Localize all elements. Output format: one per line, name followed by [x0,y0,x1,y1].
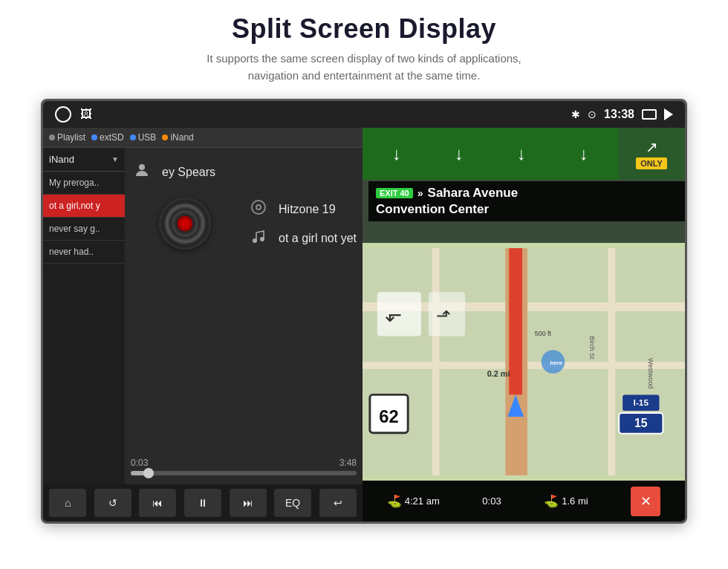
nav-arrows-section: ↓ ↓ ↓ ↓ [363,128,618,180]
playlist-item-2[interactable]: ot a girl,not y [43,195,125,218]
flag-end-icon: ⛳ [544,494,559,508]
pause-button[interactable]: ⏸ [184,489,221,517]
location-icon: ⊙ [588,108,597,120]
dropdown-arrow-icon: ▼ [111,155,119,163]
dot-extsd [91,134,97,140]
svg-text:I-15: I-15 [634,397,649,408]
artist-row: ey Spears [131,161,357,183]
nav-only-arrow-icon: ↗ [646,138,658,156]
progress-thumb[interactable] [143,468,154,478]
vinyl-center [179,218,191,230]
song-name-row: ot a girl not yet [247,228,357,248]
remaining-distance: 1.6 mi [562,495,588,507]
artist-name: ey Spears [162,166,215,179]
svg-point-4 [260,237,264,241]
circle-icon [55,106,71,123]
svg-rect-12 [509,248,522,394]
repeat-button[interactable]: ↺ [94,489,131,517]
svg-point-2 [256,205,261,209]
flag-start-icon: ⛳ [387,494,402,508]
disc-icon [247,199,270,219]
nav-close-button[interactable]: ✕ [631,487,660,516]
playlist-item-3[interactable]: never say g.. [43,218,125,241]
person-icon [131,161,153,183]
progress-bar[interactable] [131,471,357,475]
nav-only-label: ONLY [636,157,667,169]
source-label: iNand [49,154,74,165]
image-icon: 🖼 [80,108,92,121]
media-body: iNand ▼ My preroga.. ot a girl,not y nev… [43,148,363,484]
next-button[interactable]: ⏭ [230,489,267,517]
prev-button[interactable]: ⏮ [139,489,176,517]
media-panel: Playlist extSD USB iNand [43,128,363,521]
bluetooth-icon: ✱ [571,108,580,120]
page-subtitle: It supports the same screen display of t… [0,51,728,84]
tab-usb[interactable]: USB [130,132,157,143]
split-screen: Playlist extSD USB iNand [43,128,685,521]
nav-bottom-bar: ⛳ 4:21 am 0:03 ⛳ 1.6 mi ✕ [363,481,685,521]
screen-icon [642,109,657,120]
exit-street-1: Sahara Avenue [428,186,519,201]
playlist-sidebar: iNand ▼ My preroga.. ot a girl,not y nev… [43,148,125,484]
nav-arrow-4: ↓ [579,143,588,164]
exit-badge: EXIT 40 [376,188,413,198]
nav-arrow-3: ↓ [517,143,526,164]
status-right: ✱ ⊙ 13:38 [571,108,673,121]
back-button[interactable]: ↩ [319,489,357,517]
nav-arrow-1: ↓ [392,143,401,164]
vinyl-record [159,198,211,250]
status-time: 13:38 [604,108,634,121]
track-info: ey Spears [131,154,357,455]
exit-sign: EXIT 40 » Sahara Avenue Convention Cente… [368,181,685,221]
nav-panel: ↓ ↓ ↓ ↓ ↗ ONLY EXIT 40 » Sahara Avenue C… [363,128,685,521]
svg-text:⬐: ⬐ [385,303,402,326]
distance-cell: ⛳ 1.6 mi [544,494,588,508]
nav-arrow-2: ↓ [455,143,464,164]
exit-arrow-icon: » [417,187,423,199]
nav-only-section: ↗ ONLY [618,128,685,180]
playlist-item-4[interactable]: never had.. [43,241,125,264]
svg-text:Birch St: Birch St [588,336,596,360]
total-time: 3:48 [339,458,357,468]
status-left: 🖼 [55,106,92,123]
svg-text:62: 62 [379,407,398,426]
media-content: ey Spears [125,148,363,484]
dot-playlist [49,134,55,140]
tab-extsd[interactable]: extSD [91,132,124,143]
svg-text:500 ft: 500 ft [535,330,552,337]
page-title: Split Screen Display [0,13,728,45]
tab-playlist[interactable]: Playlist [49,132,85,143]
tab-inand[interactable]: iNand [162,132,193,143]
nav-top-sign: ↓ ↓ ↓ ↓ ↗ ONLY [363,128,685,180]
dot-usb [130,134,136,140]
elapsed-cell: 0:03 [482,495,501,507]
exit-sign-line1: EXIT 40 » Sahara Avenue [376,186,677,201]
elapsed-time: 0:03 [482,495,501,507]
album-name-row: Hitzone 19 [247,199,357,219]
playlist-item-1[interactable]: My preroga.. [43,172,125,195]
source-tabs: Playlist extSD USB iNand [43,128,363,148]
album-name: Hitzone 19 [279,203,336,216]
control-bar: ⌂ ↺ ⏮ ⏸ ⏭ EQ ↩ [43,484,363,521]
eta-time: 4:21 am [405,495,440,507]
page-header: Split Screen Display It supports the sam… [0,0,728,91]
home-button[interactable]: ⌂ [49,489,86,517]
svg-point-3 [253,238,257,243]
current-time: 0:03 [131,458,148,468]
svg-text:Westwood: Westwood [647,358,654,388]
progress-section: 0:03 3:48 [131,455,357,478]
device-frame: 🖼 ✱ ⊙ 13:38 Playlist extSD [41,99,687,524]
map-area: here 0.2 mi Birch St Westwood 500 ft ⬐ ⬏… [363,243,685,481]
back-icon [664,108,673,120]
map-svg: here 0.2 mi Birch St Westwood 500 ft ⬐ ⬏… [363,243,685,481]
sidebar-header[interactable]: iNand ▼ [43,148,125,172]
music-icon [247,228,270,248]
eq-button[interactable]: EQ [274,489,311,517]
exit-sign-line2: Convention Center [376,202,677,217]
song-name: ot a girl not yet [279,232,357,245]
dot-inand [162,134,168,140]
svg-point-0 [139,164,145,170]
status-bar: 🖼 ✱ ⊙ 13:38 [43,101,685,128]
svg-text:here: here [550,360,563,366]
svg-text:⬏: ⬏ [436,306,451,325]
